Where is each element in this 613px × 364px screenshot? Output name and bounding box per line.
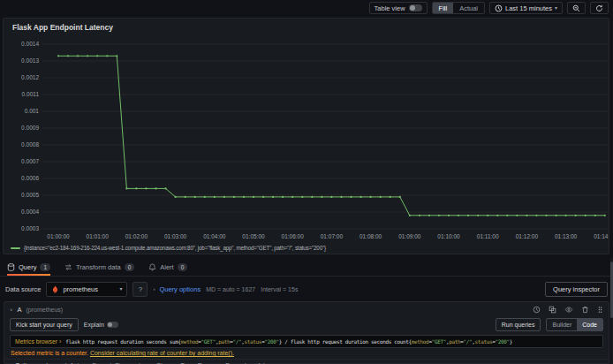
svg-text:01:04:00: 01:04:00 <box>203 233 226 239</box>
remove-query-button[interactable] <box>581 306 589 314</box>
svg-text:01:11:00: 01:11:00 <box>477 233 499 239</box>
transform-icon <box>64 263 72 271</box>
eye-icon <box>564 306 573 314</box>
metrics-browser-label: Metrics browser <box>15 338 57 345</box>
datasource-select[interactable]: prometheus ▾ <box>46 282 127 297</box>
svg-text:0.0006: 0.0006 <box>21 175 39 181</box>
prometheus-icon <box>51 285 59 293</box>
tab-query-count: 1 <box>40 263 50 271</box>
query-options-label: Query options <box>159 285 201 293</box>
zoom-out-icon <box>572 4 580 12</box>
fill-mode-button[interactable]: Fill <box>433 3 454 13</box>
refresh-button[interactable] <box>590 2 609 14</box>
svg-text:01:13:00: 01:13:00 <box>555 233 578 239</box>
svg-text:01:07:00: 01:07:00 <box>321 233 344 239</box>
drag-handle[interactable] <box>597 306 603 314</box>
svg-text:0.0003: 0.0003 <box>21 225 39 231</box>
tab-alert-label: Alert <box>160 263 173 271</box>
kick-start-query-button[interactable]: Kick start your query <box>10 318 79 331</box>
builder-mode-button[interactable]: Builder <box>547 319 577 330</box>
bell-icon <box>148 263 156 271</box>
trash-icon <box>581 306 589 314</box>
query-datasource-hint: (prometheus) <box>26 307 64 313</box>
run-queries-button[interactable]: Run queries <box>496 318 541 331</box>
datasource-row: Data source prometheus ▾ ? › Query optio… <box>0 277 613 300</box>
svg-text:01:12:00: 01:12:00 <box>516 233 539 239</box>
zoom-out-button[interactable] <box>567 2 586 14</box>
toggle-visibility-button[interactable] <box>564 306 573 314</box>
chart-legend: {instance="ec2-184-169-216-224.us-west-1… <box>11 245 326 251</box>
tab-alert-count: 0 <box>178 263 188 271</box>
duplicate-query-button[interactable] <box>549 306 556 314</box>
svg-text:0.0013: 0.0013 <box>21 57 39 64</box>
svg-text:0.0005: 0.0005 <box>21 192 39 198</box>
svg-text:0.0007: 0.0007 <box>21 158 39 164</box>
svg-text:0.0014: 0.0014 <box>21 41 39 47</box>
svg-text:01:05:00: 01:05:00 <box>242 233 265 239</box>
collapse-chevron-icon[interactable]: ˅ <box>10 307 13 313</box>
svg-text:0.0009: 0.0009 <box>21 125 39 131</box>
svg-text:01:08:00: 01:08:00 <box>359 233 382 239</box>
svg-text:01:03:00: 01:03:00 <box>164 233 187 239</box>
tab-query-label: Query <box>19 263 36 271</box>
counter-warning-text: Selected metric is a counter. <box>11 350 88 356</box>
chevron-right-icon: › <box>59 338 61 345</box>
metrics-browser-toggle[interactable]: Metrics browser › <box>15 338 61 345</box>
series-label[interactable]: {instance="ec2-184-169-216-224.us-west-1… <box>24 245 326 251</box>
svg-text:01:01:00: 01:01:00 <box>87 233 110 239</box>
datasource-label: Data source <box>5 285 41 293</box>
svg-text:0.0004: 0.0004 <box>21 209 39 215</box>
time-range-picker[interactable]: Last 15 minutes ▾ <box>489 2 563 14</box>
counter-warning-link[interactable]: Consider calculating rate of counter by … <box>90 350 234 356</box>
promql-expression[interactable]: flask_http_request_duration_seconds_sum{… <box>65 338 512 345</box>
table-view-toggle[interactable] <box>409 4 422 11</box>
series-swatch <box>11 247 20 249</box>
query-ref-id: A <box>18 306 22 314</box>
svg-text:01:14:00: 01:14:00 <box>594 233 609 239</box>
code-mode-button[interactable]: Code <box>577 319 602 330</box>
interval-summary: Interval = 15s <box>261 286 298 292</box>
svg-text:01:06:00: 01:06:00 <box>282 233 305 239</box>
svg-text:01:02:00: 01:02:00 <box>125 233 148 239</box>
clock-icon <box>533 306 541 314</box>
datasource-help-button[interactable]: ? <box>132 282 148 297</box>
editor-mode-group: Builder Code <box>546 318 603 331</box>
tab-transform-count: 0 <box>125 263 135 271</box>
svg-text:0.0011: 0.0011 <box>22 91 40 97</box>
query-history-button[interactable] <box>533 306 541 314</box>
caret-down-icon: ▾ <box>119 286 122 292</box>
tab-transform-data[interactable]: Transform data 0 <box>64 258 134 276</box>
grip-icon <box>597 306 603 314</box>
query-inspector-button[interactable]: Query inspector <box>545 282 608 297</box>
table-view-label: Table view <box>375 4 405 12</box>
time-range-label: Last 15 minutes <box>505 4 552 12</box>
copy-icon <box>549 306 556 314</box>
explain-toggle[interactable] <box>107 322 118 328</box>
svg-text:01:09:00: 01:09:00 <box>398 233 421 239</box>
chevron-right-icon: › <box>153 286 155 292</box>
query-options-toggle[interactable]: › Query options <box>153 285 201 293</box>
query-row-header: ˅ A (prometheus) <box>4 302 609 315</box>
tab-alert[interactable]: Alert 0 <box>148 258 187 276</box>
svg-text:0.0008: 0.0008 <box>21 141 39 148</box>
view-mode-group: Fill Actual <box>432 2 485 14</box>
svg-text:0.0012: 0.0012 <box>21 74 39 80</box>
tab-query[interactable]: Query 1 <box>7 258 50 276</box>
explain-group: Explain <box>84 322 118 328</box>
counter-warning: Selected metric is a counter. Consider c… <box>11 350 602 356</box>
svg-text:01:10:00: 01:10:00 <box>437 233 460 239</box>
editor-tabs: Query 1 Transform data 0 Alert 0 <box>0 258 613 277</box>
query-expression-field[interactable]: Metrics browser › flask_http_request_dur… <box>10 335 603 348</box>
explain-label: Explain <box>84 322 104 328</box>
latency-panel: Flask App Endpoint Latency 0.00140.00130… <box>3 18 609 254</box>
actual-mode-button[interactable]: Actual <box>453 3 484 13</box>
query-row-card: ˅ A (prometheus) Kick start your query <box>4 301 609 364</box>
grafana-panel-editor: Table view Fill Actual Last 15 minutes ▾… <box>0 0 613 364</box>
database-icon <box>7 263 15 271</box>
svg-text:0.001: 0.001 <box>25 108 40 114</box>
caret-down-icon: ▾ <box>555 5 557 11</box>
query-options-footer: › Options Legend: Auto Format: Time seri… <box>4 359 609 364</box>
max-data-points-summary: MD = auto = 1627 <box>206 286 255 292</box>
latency-chart[interactable]: 0.00140.00130.00120.00110.0010.00090.000… <box>4 19 609 241</box>
datasource-value: prometheus <box>63 285 98 293</box>
